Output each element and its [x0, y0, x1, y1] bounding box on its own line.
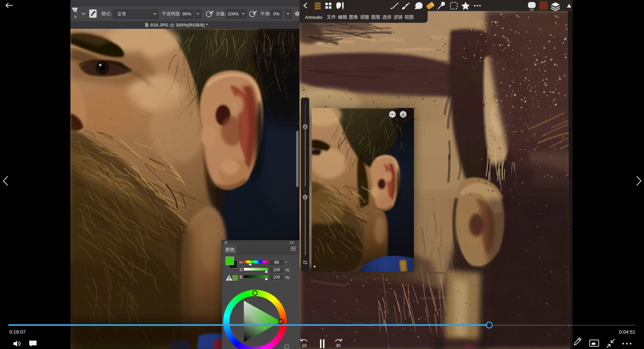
svg-text:F: F	[304, 196, 306, 199]
svg-text:10: 10	[302, 343, 307, 348]
svg-text:Artstudio: Artstudio	[305, 15, 322, 20]
svg-text:30: 30	[336, 343, 340, 348]
svg-text:S: S	[304, 125, 306, 129]
svg-text:38: 38	[530, 8, 534, 11]
